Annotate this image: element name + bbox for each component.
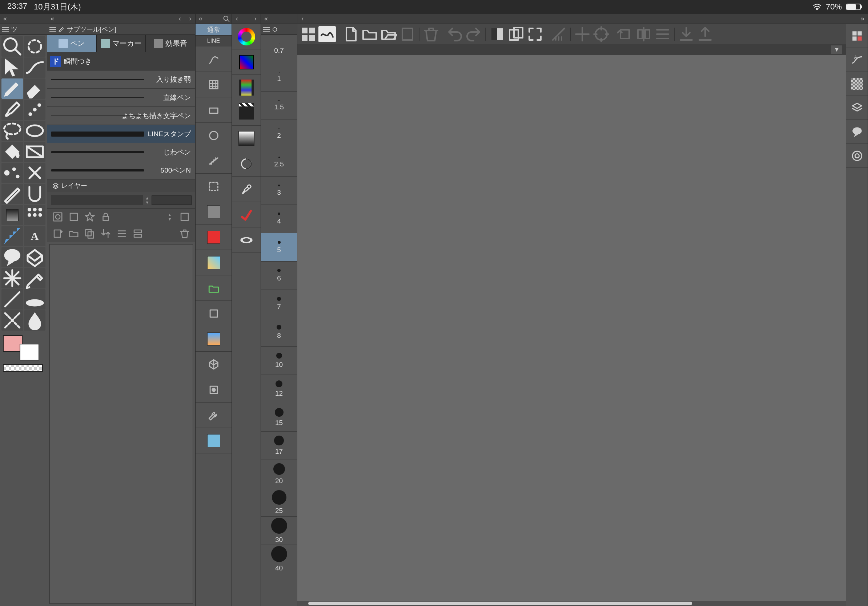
tp-frame[interactable] [195, 301, 231, 326]
background-color-swatch[interactable] [20, 344, 39, 360]
duplicate-layer-icon[interactable] [84, 228, 95, 239]
panel-collapse-icon[interactable]: « [195, 14, 206, 24]
quickaccess-palette-icon[interactable]: A [846, 48, 868, 72]
brushsize-item[interactable]: 5 [261, 233, 297, 261]
panel-menu-icon[interactable] [50, 27, 56, 32]
pen-item[interactable]: LINEスタンプ [47, 125, 195, 143]
brush-check-palette[interactable] [232, 202, 260, 227]
new-file-button[interactable] [342, 26, 360, 42]
delete-button[interactable] [422, 26, 440, 42]
figure-tool[interactable] [24, 289, 46, 309]
panel-prev-icon[interactable]: ‹ [297, 14, 307, 24]
subtool-tab-marker[interactable]: マーカー [97, 35, 146, 52]
close-file-button[interactable] [399, 26, 416, 42]
brushsize-item[interactable]: 20 [261, 460, 297, 488]
panel-collapse-right-icon[interactable]: » [857, 14, 868, 24]
color-wheel-palette[interactable] [232, 24, 260, 49]
layer-color-icon[interactable] [179, 212, 190, 223]
intermediate-palette[interactable] [232, 126, 260, 151]
canvas[interactable] [297, 55, 846, 606]
tp-selection[interactable] [195, 174, 231, 199]
tp-register[interactable] [195, 377, 231, 402]
panel-next-icon[interactable]: › [250, 14, 260, 24]
tone-tool[interactable] [24, 205, 46, 225]
text-tool[interactable]: A [24, 226, 46, 246]
pen-item[interactable]: 500ペンN [47, 161, 195, 179]
brushsize-item[interactable]: 3 [261, 176, 297, 205]
layer-order-stepper[interactable]: ▲▼ [165, 213, 174, 221]
eyedropper-tool[interactable] [24, 268, 46, 289]
panel-search-icon[interactable] [222, 14, 231, 24]
navigator-palette-icon[interactable] [846, 24, 868, 48]
layer-lock-icon[interactable] [100, 212, 111, 223]
magnifier-tool[interactable] [2, 36, 23, 57]
brushsize-item[interactable]: 6 [261, 261, 297, 290]
liquify-tool[interactable] [24, 184, 46, 204]
combine-layer-icon[interactable] [132, 228, 143, 239]
grid-view-button[interactable] [299, 26, 317, 42]
brushsize-item[interactable]: 10 [261, 346, 297, 375]
tp-folder[interactable] [195, 199, 231, 224]
airbrush-tool[interactable] [24, 99, 46, 120]
move-tool[interactable] [24, 36, 46, 57]
brushsize-item[interactable]: 12 [261, 375, 297, 403]
share-button[interactable] [696, 26, 714, 42]
delete-layer-icon[interactable] [179, 228, 190, 239]
flip-h-button[interactable] [635, 26, 653, 42]
material-palette-icon[interactable] [846, 72, 868, 96]
pen-item[interactable]: よちよち描き文字ペン [47, 107, 195, 125]
brushsize-item[interactable]: 0.7 [261, 35, 297, 63]
color-history-palette[interactable] [232, 75, 260, 100]
canvas-single-button[interactable] [488, 26, 506, 42]
line-tool[interactable] [2, 289, 23, 309]
snap-ruler-button[interactable] [550, 26, 567, 42]
panel-collapse-left-icon[interactable]: « [0, 14, 10, 24]
color-set-palette[interactable] [232, 49, 260, 75]
brushsize-item[interactable]: 2 [261, 120, 297, 148]
dotpen-tool[interactable] [2, 184, 23, 204]
panel-menu-icon[interactable] [2, 27, 9, 32]
brushsize-item[interactable]: 7 [261, 290, 297, 318]
tp-brush-shape[interactable] [195, 46, 231, 72]
tp-texture[interactable] [195, 72, 231, 97]
panel-prev-icon[interactable]: ‹ [232, 14, 242, 24]
lasso-tool[interactable] [2, 121, 23, 141]
layer-blur-palette[interactable] [232, 227, 260, 253]
new-layer-icon[interactable] [52, 228, 63, 239]
merge-layer-icon[interactable] [116, 228, 127, 239]
fullscreen-button[interactable] [526, 26, 544, 42]
sublayer-tool[interactable] [24, 57, 46, 78]
panel-next-icon[interactable]: › [185, 14, 195, 24]
rotate-left-button[interactable] [616, 26, 634, 42]
droplet-tool[interactable] [24, 310, 46, 331]
animation-palette[interactable] [232, 100, 260, 126]
tp-material-2[interactable] [195, 326, 231, 352]
new-folder-icon[interactable] [68, 228, 79, 239]
layer-mask-icon[interactable] [52, 212, 63, 223]
subtool-tab-pen[interactable]: ペン [47, 35, 97, 52]
balloon-tool[interactable] [2, 247, 23, 267]
perspective-tool[interactable] [2, 268, 23, 289]
correct-tool[interactable] [2, 310, 23, 331]
ruler-tool[interactable] [2, 226, 23, 246]
redo-button[interactable] [465, 26, 482, 42]
undo-button[interactable] [446, 26, 463, 42]
pen-item[interactable]: 直線ペン [47, 89, 195, 107]
timeline-palette-icon[interactable] [846, 120, 868, 144]
decoration-tool[interactable] [2, 163, 23, 183]
export-button[interactable] [677, 26, 695, 42]
subtool-tab-sfx[interactable]: 効果音 [146, 35, 195, 52]
scribble-view-button[interactable] [318, 26, 336, 42]
brushsize-item[interactable]: 17 [261, 431, 297, 460]
brushsize-item[interactable]: 30 [261, 516, 297, 545]
autorec-palette-icon[interactable] [846, 144, 868, 168]
blend-mode-select[interactable] [51, 195, 143, 205]
brushsize-item[interactable]: 8 [261, 318, 297, 346]
selection-tool[interactable] [24, 121, 46, 141]
tp-3d[interactable] [195, 352, 231, 377]
brushsize-item[interactable]: 15 [261, 403, 297, 431]
open-file-button[interactable] [361, 26, 378, 42]
horizontal-scrollbar[interactable] [297, 601, 846, 606]
tp-spray[interactable] [195, 123, 231, 148]
layer-clip-icon[interactable] [68, 212, 79, 223]
